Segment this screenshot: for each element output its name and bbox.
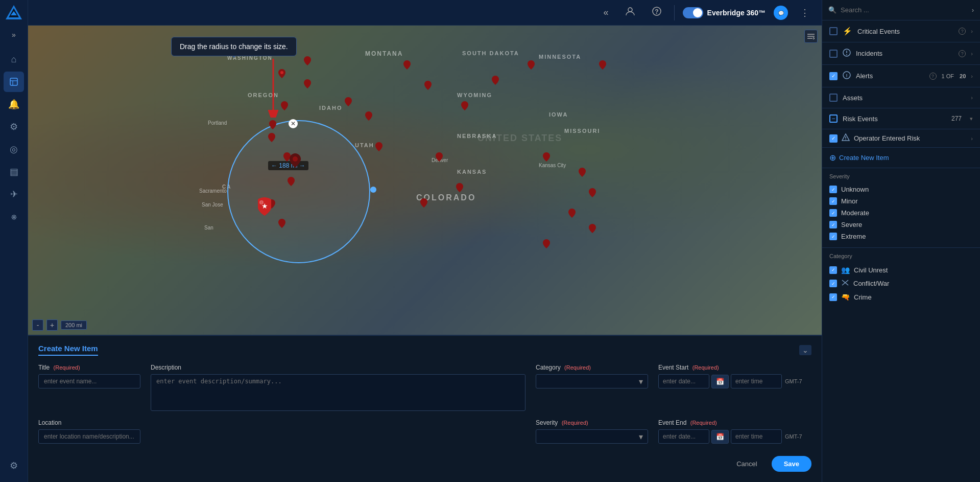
sidebar-item-network[interactable]: ⎈	[4, 206, 24, 227]
zoom-out-button[interactable]: -	[32, 319, 43, 331]
radius-handle[interactable]	[370, 187, 376, 193]
assets-checkbox[interactable]	[829, 94, 838, 102]
map-marker	[436, 152, 443, 162]
map-tooltip: Drag the radius to change its size.	[171, 37, 297, 56]
critical-events-section: ⚡ Critical Events ? ›	[822, 20, 980, 42]
severity-severe-checkbox[interactable]	[829, 221, 837, 228]
portland-label: Portland	[208, 120, 227, 126]
alerts-checkbox[interactable]	[829, 72, 838, 80]
severity-item-extreme[interactable]: Extreme	[829, 231, 973, 242]
incidents-header[interactable]: Incidents ? ›	[822, 42, 980, 64]
sidebar-item-home[interactable]: ⌂	[4, 49, 24, 70]
severity-label: Severity (Required)	[536, 419, 648, 426]
alerts-help-icon[interactable]: ?	[929, 73, 937, 80]
map-marker	[278, 219, 285, 228]
operator-header[interactable]: Operator Entered Risk ›	[829, 133, 973, 143]
top-bar-divider	[674, 5, 675, 20]
save-button[interactable]: Save	[772, 456, 811, 472]
radius-close-button[interactable]: ✕	[289, 119, 298, 128]
critical-events-checkbox[interactable]	[829, 27, 838, 35]
risk-events-checkbox[interactable]	[829, 114, 838, 123]
sidebar-item-layers[interactable]	[4, 72, 24, 92]
sidebar-item-plane[interactable]: ✈	[4, 184, 24, 204]
civil-unrest-checkbox[interactable]	[829, 266, 837, 274]
assets-label: Assets	[843, 94, 966, 102]
severity-select[interactable]	[536, 429, 648, 444]
brand-name: Everbridge 360™	[707, 9, 766, 17]
incidents-checkbox[interactable]	[829, 50, 838, 58]
sidebar-item-location[interactable]: ◎	[4, 139, 24, 159]
category-select-wrapper	[536, 374, 648, 388]
critical-events-header[interactable]: ⚡ Critical Events ? ›	[822, 20, 980, 42]
form-collapse-button[interactable]: ⌄	[799, 345, 811, 355]
event-start-calendar-button[interactable]: 📅	[711, 375, 729, 388]
category-item-civil-unrest[interactable]: 👥 Civil Unrest	[829, 263, 973, 277]
search-expand-button[interactable]: ›	[972, 7, 974, 14]
map-marker	[375, 142, 383, 151]
severity-moderate-label: Moderate	[841, 209, 869, 217]
event-start-form-group: Event Start (Required) 📅 GMT-7	[658, 364, 811, 411]
sidebar-item-chart[interactable]: ▤	[4, 162, 24, 182]
event-end-date-input[interactable]	[658, 429, 709, 444]
incidents-icon	[843, 49, 851, 58]
location-input[interactable]	[38, 429, 140, 444]
form-title[interactable]: Create New Item	[38, 344, 98, 356]
more-menu-button[interactable]: ⋮	[796, 5, 814, 20]
operator-checkbox[interactable]	[829, 134, 838, 143]
everbridge-toggle[interactable]	[683, 7, 703, 18]
shield-marker: ★ !	[257, 197, 272, 216]
event-end-time-input[interactable]	[731, 429, 782, 444]
help-button[interactable]: ?	[648, 4, 666, 21]
create-new-plus-icon: ⊕	[829, 153, 836, 163]
sidebar-item-settings[interactable]: ⚙	[4, 455, 24, 476]
map-area[interactable]: MONTANA SOUTH DAKOTA WYOMING NEBRASKA KA…	[28, 26, 822, 335]
severity-item-moderate[interactable]: Moderate	[829, 207, 973, 219]
zoom-in-button[interactable]: +	[46, 319, 58, 331]
conflict-war-checkbox[interactable]	[829, 280, 837, 287]
severity-minor-checkbox[interactable]	[829, 197, 837, 205]
event-end-calendar-button[interactable]: 📅	[711, 430, 729, 444]
severity-moderate-checkbox[interactable]	[829, 209, 837, 217]
form-footer: Cancel Save	[38, 452, 811, 472]
risk-events-label: Risk Events	[843, 115, 946, 123]
event-end-timezone: GMT-7	[785, 433, 802, 440]
create-new-item-link[interactable]: ⊕ Create New Item	[822, 148, 980, 168]
location-label: Location	[38, 419, 140, 426]
map-marker	[304, 56, 311, 65]
critical-events-label: Critical Events	[857, 28, 953, 35]
severity-unknown-checkbox[interactable]	[829, 186, 837, 193]
chat-button[interactable]: 💬	[774, 6, 788, 20]
severity-item-minor[interactable]: Minor	[829, 195, 973, 207]
crime-checkbox[interactable]	[829, 293, 837, 301]
category-select[interactable]	[536, 374, 648, 388]
title-input[interactable]	[38, 374, 140, 388]
critical-events-help-icon[interactable]: ?	[959, 28, 966, 35]
risk-events-header[interactable]: Risk Events 277 ▾	[822, 108, 980, 129]
incidents-help-icon[interactable]: ?	[959, 50, 966, 57]
incidents-section: Incidents ? ›	[822, 42, 980, 65]
map-collapse-button[interactable]	[804, 30, 818, 43]
right-panel-search-input[interactable]	[841, 6, 968, 14]
severity-item-severe[interactable]: Severe	[829, 219, 973, 231]
sidebar-item-tools[interactable]: ⚙	[4, 117, 24, 137]
map-marker	[268, 133, 275, 142]
map-marker	[403, 60, 411, 70]
radius-circle[interactable]	[227, 120, 370, 263]
sidebar-item-alerts[interactable]: 🔔	[4, 94, 24, 114]
alerts-badge: 1 OF 20	[942, 73, 966, 79]
cancel-button[interactable]: Cancel	[728, 456, 765, 472]
event-start-time-input[interactable]	[731, 374, 782, 388]
sidebar-expand-button[interactable]: »	[10, 29, 18, 41]
user-button[interactable]	[621, 4, 639, 21]
alerts-header[interactable]: ! Alerts ? 1 OF 20 ›	[822, 65, 980, 87]
operator-icon	[842, 133, 850, 143]
severity-item-unknown[interactable]: Unknown	[829, 183, 973, 195]
category-item-crime[interactable]: 🔫 Crime	[829, 290, 973, 304]
assets-header[interactable]: Assets ›	[822, 87, 980, 108]
event-start-date-input[interactable]	[658, 374, 709, 388]
description-input[interactable]	[151, 374, 525, 411]
collapse-button[interactable]: «	[600, 5, 613, 20]
category-item-conflict-war[interactable]: Conflict/War	[829, 277, 973, 290]
severity-extreme-checkbox[interactable]	[829, 233, 837, 240]
assets-arrow: ›	[971, 95, 973, 101]
